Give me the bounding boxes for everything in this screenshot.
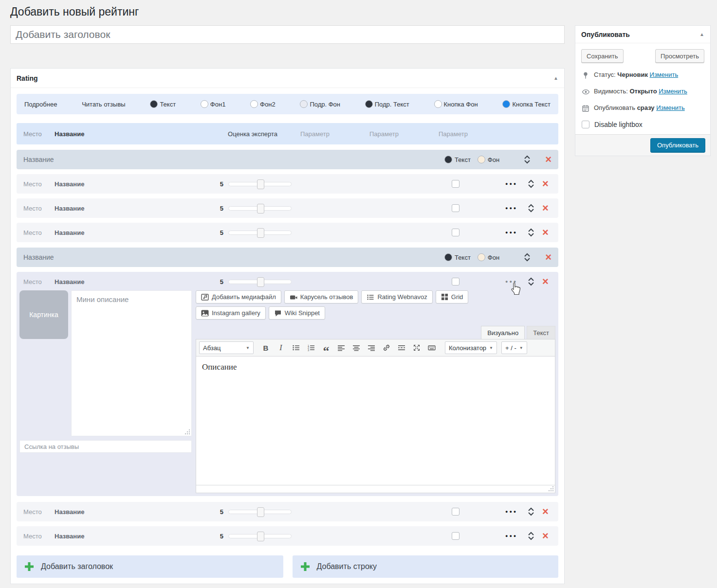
param-checkbox[interactable] (452, 508, 460, 516)
fullscreen-icon[interactable] (410, 341, 423, 354)
move-up-icon[interactable] (528, 507, 534, 511)
add-row-button[interactable]: Добавить строку (293, 555, 559, 578)
numbered-list-icon[interactable]: 123 (304, 341, 318, 354)
move-up-icon[interactable] (524, 155, 531, 159)
option-button-bg-color[interactable]: Кнопка Фон (434, 100, 478, 108)
name-input[interactable] (55, 533, 214, 540)
post-title-input[interactable] (10, 25, 565, 44)
param-checkbox[interactable] (452, 180, 460, 188)
move-down-icon[interactable] (528, 282, 534, 286)
delete-icon[interactable]: × (542, 506, 549, 517)
align-center-icon[interactable] (349, 341, 363, 354)
edit-visibility-link[interactable]: Изменить (659, 88, 687, 95)
publish-button[interactable]: Опубликовать (650, 138, 705, 153)
option-detail-text-color[interactable]: Подр. Текст (365, 100, 409, 108)
slider-handle[interactable] (257, 228, 264, 238)
color-swatch[interactable] (250, 100, 258, 108)
section-bg-color[interactable]: Фон (478, 156, 499, 163)
slider-handle[interactable] (257, 507, 264, 517)
move-down-icon[interactable] (528, 184, 534, 188)
move-down-icon[interactable] (528, 209, 534, 213)
move-up-icon[interactable] (528, 179, 534, 183)
options-icon[interactable]: ●●● (505, 279, 522, 284)
align-right-icon[interactable] (365, 341, 378, 354)
delete-icon[interactable]: × (542, 178, 549, 189)
color-swatch[interactable] (300, 100, 308, 108)
editor-content[interactable]: Описание (196, 356, 555, 485)
resize-grip-icon[interactable] (549, 486, 553, 491)
wiki-snippet-button[interactable]: Wiki Snippet (269, 306, 325, 320)
move-down-icon[interactable] (524, 160, 531, 164)
reviews-link-input[interactable] (19, 440, 192, 453)
delete-icon[interactable]: × (542, 203, 549, 214)
move-up-icon[interactable] (528, 277, 534, 281)
color-swatch[interactable] (150, 100, 158, 108)
save-draft-button[interactable]: Сохранить (581, 49, 624, 63)
grid-button[interactable]: Grid (436, 290, 469, 303)
options-icon[interactable]: ●●● (505, 181, 522, 186)
color-swatch[interactable] (434, 100, 442, 108)
move-down-icon[interactable] (528, 512, 534, 516)
add-header-button[interactable]: Добавить заголовок (17, 555, 283, 578)
score-slider[interactable] (228, 231, 292, 235)
color-swatch[interactable] (201, 100, 208, 108)
add-media-button[interactable]: Добавить медиафайл (196, 290, 281, 303)
section-bg-color[interactable]: Фон (478, 253, 499, 261)
disable-lightbox-checkbox[interactable] (582, 121, 589, 128)
more-tag-icon[interactable] (395, 341, 408, 354)
score-slider[interactable] (228, 280, 292, 284)
option-bg1-color[interactable]: Фон1 (201, 100, 226, 108)
tab-text[interactable]: Текст (527, 326, 555, 339)
section-text-color[interactable]: Текст (444, 253, 471, 261)
section-text-color[interactable]: Текст (444, 156, 471, 163)
color-swatch[interactable] (444, 156, 452, 163)
move-down-icon[interactable] (524, 258, 531, 262)
score-slider[interactable] (228, 510, 292, 514)
score-slider[interactable] (228, 534, 292, 538)
tab-visual[interactable]: Визуально (481, 326, 525, 339)
option-text-color[interactable]: Текст (150, 100, 176, 108)
preview-button[interactable]: Просмотреть (655, 49, 704, 63)
move-down-icon[interactable] (528, 536, 534, 540)
image-upload-button[interactable]: Картинка (19, 290, 68, 339)
color-swatch[interactable] (478, 156, 485, 163)
paragraph-format-select[interactable]: Абзац ▼ (199, 341, 254, 354)
place-input[interactable] (23, 533, 55, 540)
publish-metabox-header[interactable]: Опубликовать ▲ (575, 26, 710, 43)
collapse-icon[interactable]: ▲ (699, 32, 704, 37)
color-swatch[interactable] (502, 100, 510, 108)
name-input[interactable] (55, 205, 214, 212)
blockquote-icon[interactable]: “ (319, 341, 333, 354)
section-name-input[interactable] (23, 253, 444, 261)
italic-button[interactable]: I (274, 341, 288, 354)
move-up-icon[interactable] (528, 532, 534, 535)
colonizer-select[interactable]: Колонизатор ▼ (445, 341, 497, 354)
score-slider[interactable] (228, 182, 292, 186)
edit-schedule-link[interactable]: Изменить (656, 104, 685, 111)
name-input[interactable] (55, 180, 214, 188)
toolbar-toggle-icon[interactable] (425, 341, 439, 354)
options-icon[interactable]: ●●● (505, 206, 522, 211)
plus-minus-select[interactable]: + / - ▼ (501, 341, 527, 354)
place-input[interactable] (23, 229, 55, 236)
options-icon[interactable]: ●●● (505, 230, 522, 235)
color-swatch[interactable] (478, 253, 485, 261)
name-input[interactable] (55, 229, 214, 236)
slider-handle[interactable] (257, 204, 264, 214)
delete-icon[interactable]: × (542, 227, 549, 238)
option-bg2-color[interactable]: Фон2 (250, 100, 276, 108)
slider-handle[interactable] (257, 277, 264, 287)
option-detail-bg-color[interactable]: Подр. Фон (300, 100, 340, 108)
rating-webnavoz-button[interactable]: Rating Webnavoz (361, 290, 432, 303)
bold-button[interactable]: B (259, 341, 273, 354)
section-name-input[interactable] (23, 156, 444, 163)
slider-handle[interactable] (257, 179, 264, 189)
delete-icon[interactable]: × (545, 154, 552, 165)
collapse-icon[interactable]: ▲ (553, 75, 558, 81)
carousel-button[interactable]: Карусель отзывов (284, 290, 359, 303)
slider-handle[interactable] (257, 532, 264, 541)
param-checkbox[interactable] (452, 204, 460, 212)
score-slider[interactable] (228, 206, 292, 211)
place-input[interactable] (23, 180, 55, 188)
place-input[interactable] (23, 508, 55, 516)
